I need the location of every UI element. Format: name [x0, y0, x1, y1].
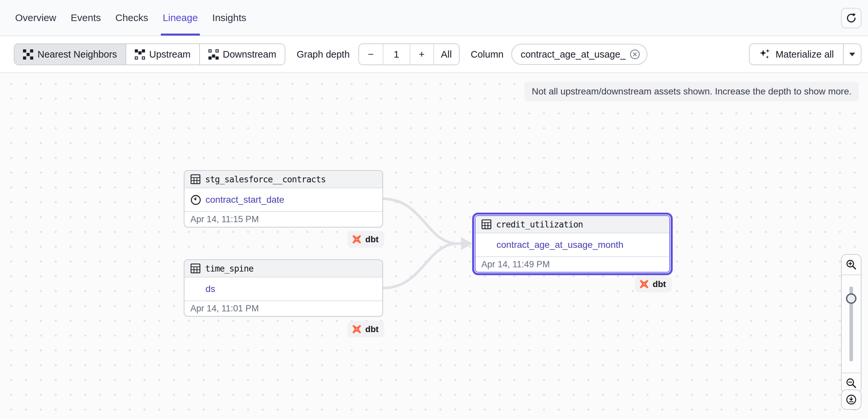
asset-tabs: Overview Events Checks Lineage Insights [15, 0, 246, 35]
dbt-logo-icon [351, 324, 362, 334]
upstream-icon [135, 49, 145, 60]
zoom-in-icon [846, 259, 857, 270]
column-filter-chip[interactable]: contract_age_at_usage_ [511, 44, 647, 65]
recenter-icon [845, 394, 857, 405]
depth-notice: Not all upstream/downstream assets shown… [524, 82, 859, 102]
view-mode-nearest-neighbors[interactable]: Nearest Neighbors [14, 44, 126, 64]
view-mode-group: Nearest Neighbors Upstream Downs [14, 44, 285, 65]
dbt-logo-icon [639, 279, 649, 289]
lineage-edges [0, 73, 868, 419]
asset-node-header: time_spine [184, 260, 382, 278]
downstream-icon [209, 49, 219, 60]
graph-depth-stepper: − 1 + All [359, 44, 460, 65]
column-label: Column [471, 49, 504, 60]
column-link[interactable]: contract_age_at_usage_month [496, 240, 623, 250]
depth-decrement-button[interactable]: − [359, 44, 383, 64]
lineage-toolbar: Nearest Neighbors Upstream Downs [0, 36, 868, 73]
zoom-slider[interactable] [842, 275, 861, 372]
materialization-timestamp: Apr 14, 11:01 PM [184, 301, 382, 316]
column-link[interactable]: contract_start_date [206, 195, 284, 205]
materialize-all-button[interactable]: Materialize all [749, 44, 844, 65]
asset-node-header: credit_utilization [475, 216, 670, 233]
chevron-down-icon [849, 53, 855, 56]
asset-node-body: contract_age_at_usage_month [475, 233, 670, 256]
depth-value: 1 [383, 44, 410, 64]
tab-insights[interactable]: Insights [212, 0, 246, 35]
column-link[interactable]: ds [206, 284, 215, 294]
asset-name: time_spine [205, 264, 253, 274]
materialize-label: Materialize all [776, 49, 834, 60]
table-icon [190, 174, 200, 184]
asset-name: stg_salesforce__contracts [205, 174, 326, 184]
zoom-panel [841, 254, 861, 394]
asset-node-credit-utilization[interactable]: credit_utilization contract_age_at_usage… [475, 215, 670, 273]
asset-node-header: stg_salesforce__contracts [184, 171, 382, 188]
edge-arrowhead [461, 237, 472, 250]
materialize-split-button: Materialize all [749, 44, 861, 65]
asset-name: credit_utilization [496, 220, 583, 229]
view-mode-downstream[interactable]: Downstream [200, 44, 285, 64]
refresh-icon [846, 12, 857, 24]
view-mode-upstream[interactable]: Upstream [126, 44, 200, 64]
materialization-timestamp: Apr 14, 11:49 PM [475, 256, 670, 272]
table-icon [190, 263, 200, 274]
depth-increment-button[interactable]: + [410, 44, 434, 64]
column-filter-value: contract_age_at_usage_ [521, 49, 625, 60]
asset-node-time-spine[interactable]: time_spine ds Apr 14, 11:01 PM [184, 259, 383, 317]
dbt-badge: dbt [635, 276, 672, 292]
tab-events[interactable]: Events [71, 0, 101, 35]
tab-checks[interactable]: Checks [115, 0, 148, 35]
refresh-button[interactable] [841, 8, 861, 28]
nearest-neighbors-icon [23, 49, 33, 60]
view-mode-label: Upstream [149, 49, 191, 60]
dbt-logo-icon [351, 234, 362, 245]
tab-lineage[interactable]: Lineage [163, 0, 198, 35]
asset-node-stg-salesforce-contracts[interactable]: stg_salesforce__contracts contract_start… [184, 170, 383, 227]
materialization-timestamp: Apr 14, 11:15 PM [184, 211, 382, 227]
view-mode-label: Downstream [223, 49, 277, 60]
tab-overview[interactable]: Overview [15, 0, 56, 35]
tab-bar: Overview Events Checks Lineage Insights [0, 0, 868, 36]
zoom-in-button[interactable] [842, 255, 861, 275]
clock-icon [190, 195, 201, 205]
materialize-dropdown-button[interactable] [844, 44, 861, 65]
zoom-slider-thumb[interactable] [846, 293, 857, 304]
dbt-badge-label: dbt [365, 324, 378, 334]
zoom-out-icon [846, 377, 857, 389]
graph-depth-label: Graph depth [297, 49, 349, 60]
asset-lineage-page: Overview Events Checks Lineage Insights … [0, 0, 868, 420]
dbt-badge-label: dbt [365, 234, 378, 245]
clear-filter-icon[interactable] [630, 49, 640, 60]
asset-node-body: contract_start_date [184, 188, 382, 211]
dbt-badge-label: dbt [653, 279, 666, 289]
sparkles-icon [759, 48, 771, 60]
dbt-badge: dbt [347, 321, 384, 337]
depth-all-button[interactable]: All [434, 44, 459, 64]
table-icon [482, 219, 492, 229]
recenter-view-button[interactable] [841, 389, 861, 410]
lineage-canvas[interactable]: Not all upstream/downstream assets shown… [0, 73, 868, 419]
dbt-badge: dbt [347, 231, 384, 248]
asset-node-body: ds [184, 278, 382, 301]
view-mode-label: Nearest Neighbors [37, 49, 117, 60]
